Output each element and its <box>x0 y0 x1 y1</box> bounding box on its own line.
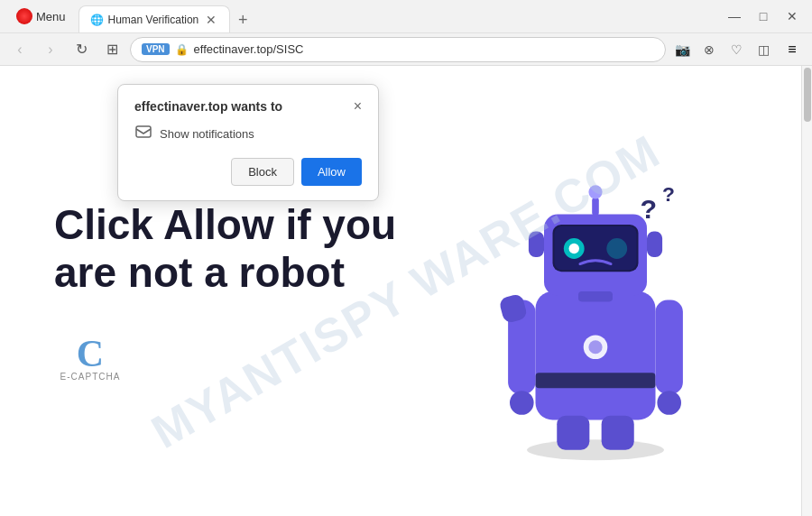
notification-icon <box>134 123 152 145</box>
new-tab-button[interactable]: + <box>230 7 255 32</box>
bookmark-off-icon[interactable]: ⊗ <box>698 39 720 60</box>
svg-point-12 <box>588 185 602 198</box>
svg-rect-15 <box>578 291 613 301</box>
close-button[interactable]: ✕ <box>780 4 805 29</box>
svg-point-10 <box>606 238 627 259</box>
svg-point-9 <box>569 244 579 253</box>
svg-rect-19 <box>656 300 683 395</box>
window-controls: — □ ✕ <box>722 4 805 29</box>
maximize-button[interactable]: □ <box>751 4 776 29</box>
address-bar: ‹ › ↻ ⊞ VPN 🔒 effectinaver.top/SISC 📷 ⊗ … <box>0 32 812 65</box>
svg-text:?: ? <box>662 182 675 206</box>
popup-header: effectinaver.top wants to × <box>134 99 362 114</box>
svg-rect-25 <box>136 126 151 137</box>
forward-button[interactable]: › <box>38 37 63 62</box>
popup-notification-row: Show notifications <box>134 123 362 145</box>
title-bar: Menu 🌐 Human Verification ✕ + — □ ✕ <box>0 0 812 32</box>
extensions-icon[interactable]: ◫ <box>752 39 774 60</box>
captcha-label: E-CAPTCHA <box>60 372 121 382</box>
back-button[interactable]: ‹ <box>7 37 32 62</box>
scrollbar-thumb[interactable] <box>804 68 811 122</box>
popup-title: effectinaver.top wants to <box>134 99 346 114</box>
tab-favicon-icon: 🌐 <box>90 14 103 26</box>
refresh-button[interactable]: ↻ <box>69 37 94 62</box>
captcha-logo: C E-CAPTCHA <box>54 332 126 382</box>
page-content: MYANTISPY WARE.COM Click Allow if you ar… <box>0 66 812 516</box>
captcha-letter: C <box>77 332 104 375</box>
menu-label: Menu <box>36 10 66 23</box>
svg-rect-22 <box>602 416 634 450</box>
svg-rect-2 <box>536 373 656 388</box>
url-display: effectinaver.top/SISC <box>194 42 654 56</box>
active-tab[interactable]: 🌐 Human Verification ✕ <box>78 5 231 32</box>
address-bar-input[interactable]: VPN 🔒 effectinaver.top/SISC <box>130 37 666 62</box>
block-button[interactable]: Block <box>231 158 294 186</box>
tab-bar: 🌐 Human Verification ✕ + <box>78 0 718 32</box>
lock-icon: 🔒 <box>175 43 189 56</box>
popup-description: Show notifications <box>160 127 254 141</box>
grid-button[interactable]: ⊞ <box>99 37 125 62</box>
tab-close-button[interactable]: ✕ <box>204 11 218 29</box>
main-heading: Click Allow if you are not a robot <box>54 201 451 297</box>
tab-title-label: Human Verification <box>108 14 199 26</box>
svg-rect-14 <box>647 232 662 258</box>
opera-logo-icon <box>16 8 32 24</box>
browser-menu-button[interactable]: ≡ <box>780 37 805 62</box>
svg-text:?: ? <box>640 193 657 224</box>
left-section: Click Allow if you are not a robot C E-C… <box>54 201 451 382</box>
robot-illustration: ? ? <box>469 120 722 463</box>
svg-point-17 <box>510 391 534 415</box>
scrollbar[interactable] <box>801 66 812 516</box>
popup-buttons: Block Allow <box>134 158 362 186</box>
opera-menu-button[interactable]: Menu <box>7 5 75 28</box>
allow-button[interactable]: Allow <box>301 158 362 186</box>
camera-icon[interactable]: 📷 <box>671 39 693 60</box>
svg-rect-21 <box>557 416 589 450</box>
svg-point-4 <box>588 340 602 354</box>
robot-section: ? ? <box>451 120 740 463</box>
svg-rect-11 <box>592 198 599 217</box>
svg-rect-13 <box>529 232 544 258</box>
address-right-icons: 📷 ⊗ ♡ ◫ ≡ <box>671 37 805 62</box>
vpn-badge: VPN <box>142 43 170 55</box>
popup-close-button[interactable]: × <box>354 99 362 114</box>
notification-popup: effectinaver.top wants to × Show notific… <box>117 84 379 201</box>
svg-point-20 <box>657 391 681 415</box>
browser-chrome: Menu 🌐 Human Verification ✕ + — □ ✕ ‹ › … <box>0 0 812 66</box>
svg-point-0 <box>527 439 664 460</box>
minimize-button[interactable]: — <box>722 4 747 29</box>
heart-icon[interactable]: ♡ <box>725 39 747 60</box>
